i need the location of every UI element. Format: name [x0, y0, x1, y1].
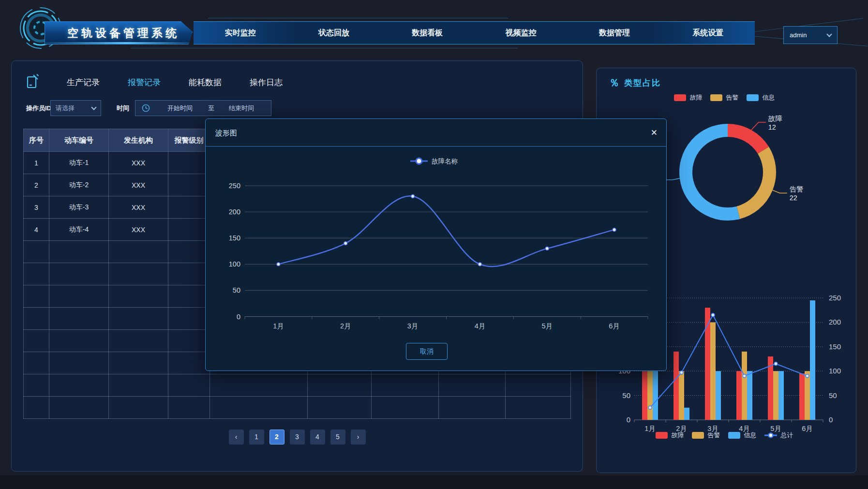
dialog-title: 波形图 [215, 119, 237, 147]
table-cell [24, 263, 49, 285]
table-cell [49, 374, 109, 397]
svg-text:故障名称: 故障名称 [432, 158, 458, 165]
table-cell [109, 263, 168, 285]
svg-text:50: 50 [233, 286, 240, 294]
legend-label-告警: 告警 [726, 93, 739, 102]
legend-swatch-告警[interactable] [692, 432, 704, 439]
table-header: 发生机构 [109, 129, 168, 152]
table-cell [109, 285, 168, 308]
filter-bar: 操作员ID 请选择 时间 开始时间 至 结束时间 查询重置导出生成报表 [12, 100, 583, 116]
table-cell [168, 219, 210, 241]
start-time-placeholder[interactable]: 开始时间 [167, 104, 193, 113]
table-cell [49, 330, 109, 352]
svg-text:1月: 1月 [273, 322, 284, 330]
table-cell [308, 374, 372, 397]
app-title: 空轨设备管理系统 [67, 22, 180, 44]
svg-text:150: 150 [829, 342, 841, 351]
time-label: 时间 [117, 100, 129, 116]
page-button-5[interactable]: 5 [330, 430, 345, 445]
nav-item-系统设置[interactable]: 系统设置 [661, 22, 755, 44]
table-cell: 动车-2 [49, 174, 109, 196]
legend-swatch-告警[interactable] [710, 94, 722, 101]
table-cell [109, 330, 168, 352]
table-header: 序号 [24, 129, 49, 152]
table-cell [168, 174, 210, 196]
svg-text:0: 0 [237, 313, 240, 321]
svg-text:200: 200 [229, 208, 240, 216]
type-ratio-title: 类型占比 [624, 77, 661, 89]
close-icon[interactable]: ✕ [651, 119, 658, 147]
table-row [24, 374, 571, 397]
page-button-3[interactable]: 3 [290, 430, 305, 445]
svg-text:0: 0 [829, 415, 833, 424]
tab-报警记录[interactable]: 报警记录 [114, 77, 175, 88]
operator-id-select[interactable]: 请选择 [50, 100, 101, 116]
table-cell [109, 352, 168, 374]
svg-text:5月: 5月 [541, 322, 553, 330]
table-cell [24, 374, 49, 397]
page-button-2[interactable]: 2 [269, 430, 284, 445]
page-button-4[interactable]: 4 [310, 430, 325, 445]
table-cell [168, 196, 210, 219]
donut-legend: 故障告警信息 [597, 93, 856, 102]
legend-swatch-故障[interactable] [674, 94, 686, 101]
edit-note-icon [26, 74, 39, 91]
table-cell [168, 352, 210, 374]
user-name: admin [790, 31, 827, 39]
record-tabs: 生产记录报警记录能耗数据操作日志 [53, 77, 297, 88]
cancel-button[interactable]: 取消 [406, 343, 448, 360]
table-cell [109, 397, 168, 419]
dialog-header: 波形图 ✕ [206, 119, 666, 147]
operator-id-label: 操作员ID [26, 100, 51, 116]
table-cell [210, 374, 308, 397]
legend-swatch-信息[interactable] [728, 432, 740, 439]
svg-text:4月: 4月 [475, 322, 486, 330]
nav-item-数据管理[interactable]: 数据管理 [568, 22, 661, 44]
table-cell [372, 374, 439, 397]
table-cell [168, 308, 210, 330]
tab-操作日志[interactable]: 操作日志 [236, 77, 297, 88]
waveform-line-chart: 0501001502002501月2月3月4月5月6月故障名称 [206, 147, 666, 340]
table-cell [210, 397, 308, 419]
table-cell [24, 352, 49, 374]
user-dropdown[interactable]: admin [783, 26, 838, 44]
table-cell [506, 397, 571, 419]
table-cell [168, 397, 210, 419]
table-cell [49, 308, 109, 330]
table-cell: 1 [24, 152, 49, 174]
table-cell: 3 [24, 196, 49, 219]
svg-text:2月: 2月 [340, 322, 351, 330]
tab-生产记录[interactable]: 生产记录 [53, 77, 114, 88]
table-cell [24, 397, 49, 419]
legend-label-信息: 信息 [763, 93, 775, 102]
bar-legend: 故障告警信息总计 [597, 431, 856, 440]
table-cell [506, 374, 571, 397]
svg-text:100: 100 [229, 260, 240, 268]
table-cell [109, 308, 168, 330]
table-header: 动车编号 [49, 129, 109, 152]
app-title-band: 空轨设备管理系统 [45, 21, 193, 44]
table-cell: 动车-3 [49, 196, 109, 219]
table-header: 报警级别 [168, 129, 210, 152]
svg-text:22: 22 [790, 194, 797, 202]
legend-swatch-信息[interactable] [747, 94, 759, 101]
table-cell [49, 263, 109, 285]
legend-line-marker[interactable] [764, 432, 777, 438]
table-cell [49, 241, 109, 263]
table-cell [439, 397, 506, 419]
time-range-picker[interactable]: 开始时间 至 结束时间 [135, 100, 271, 116]
page-next-button[interactable]: › [351, 430, 366, 445]
page-button-1[interactable]: 1 [249, 430, 264, 445]
legend-swatch-故障[interactable] [656, 432, 668, 439]
page-prev-button[interactable]: ‹ [229, 430, 244, 445]
legend-label-告警: 告警 [708, 431, 720, 440]
nav-item-实时监控[interactable]: 实时监控 [194, 22, 287, 44]
table-cell [24, 241, 49, 263]
svg-text:6月: 6月 [609, 322, 620, 330]
nav-item-数据看板[interactable]: 数据看板 [381, 22, 474, 44]
table-cell: XXX [109, 152, 168, 174]
nav-item-视频监控[interactable]: 视频监控 [474, 22, 568, 44]
tab-能耗数据[interactable]: 能耗数据 [175, 77, 236, 88]
end-time-placeholder[interactable]: 结束时间 [229, 104, 254, 113]
nav-item-状态回放[interactable]: 状态回放 [287, 22, 380, 44]
